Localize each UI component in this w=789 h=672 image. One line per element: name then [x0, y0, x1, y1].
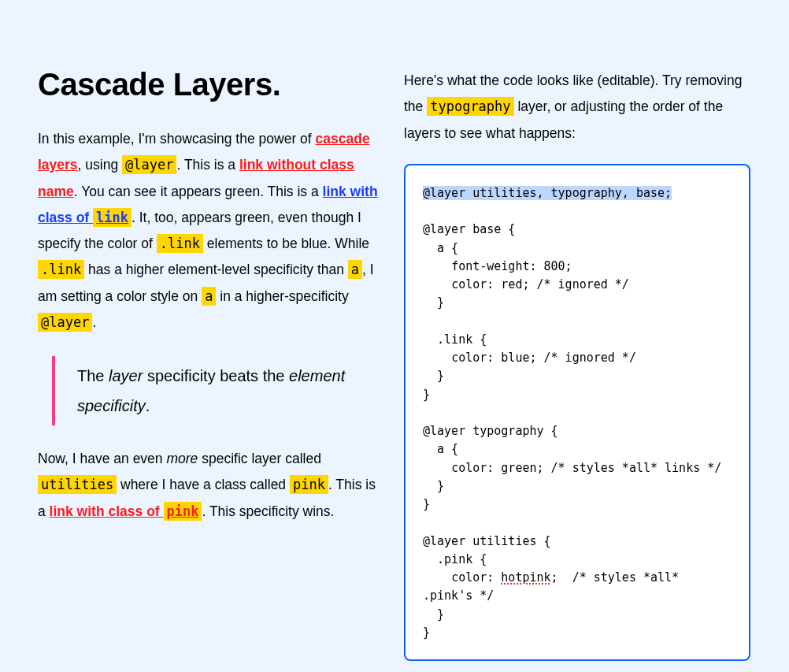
code-a: a — [202, 287, 216, 306]
em-layer: layer — [109, 367, 143, 384]
code-utilities: utilities — [38, 475, 117, 494]
blockquote: The layer specificity beats the element … — [52, 356, 380, 425]
code-content: @layer utilities, typography, base; @lay… — [423, 184, 732, 642]
code-typography: typography — [427, 97, 513, 116]
right-column: Here's what the code looks like (editabl… — [404, 32, 750, 661]
text: specific layer called — [198, 451, 321, 466]
text: specificity beats the — [143, 367, 289, 384]
text: , using — [78, 157, 122, 173]
text: Now, I have an even — [38, 451, 166, 466]
text: has a higher element-level specificity t… — [84, 262, 348, 277]
code-a: a — [348, 260, 362, 279]
text: elements to be blue. While — [203, 236, 369, 251]
text: . You can see it appears green. This is … — [74, 184, 323, 199]
code-pink: pink — [290, 475, 328, 494]
paragraph-2: Now, I have an even more specific layer … — [38, 446, 380, 525]
page: Cascade Layers. In this example, I'm sho… — [0, 0, 789, 672]
heading: Cascade Layers. — [38, 67, 380, 102]
text: . — [92, 314, 96, 330]
code-layer: @layer — [122, 155, 176, 174]
link-with-class-pink[interactable]: link with class of pink — [50, 502, 202, 521]
text: In this example, I'm showcasing the powe… — [38, 131, 316, 147]
text: . — [146, 397, 150, 414]
intro-paragraph: Here's what the code looks like (editabl… — [404, 68, 750, 147]
code-text: @layer base { a { font-weight: 800; colo… — [423, 222, 721, 585]
paragraph-1: In this example, I'm showcasing the powe… — [38, 126, 380, 336]
em-more: more — [166, 451, 198, 466]
code-pink: pink — [164, 502, 202, 521]
spellcheck-hotpink: hotpink — [501, 570, 550, 585]
code-editor[interactable]: @layer utilities, typography, base; @lay… — [404, 164, 750, 661]
text: The — [77, 367, 109, 384]
text: where I have a class called — [117, 477, 290, 492]
code-dot-link: .link — [157, 234, 203, 253]
selected-line: @layer utilities, typography, base; — [423, 186, 672, 200]
text: . This is a — [176, 157, 239, 173]
text: in a higher-specificity — [216, 288, 348, 304]
left-column: Cascade Layers. In this example, I'm sho… — [38, 32, 380, 661]
link-text: link with class of — [50, 503, 164, 519]
code-dot-link: .link — [38, 260, 84, 279]
code-link: link — [93, 208, 132, 227]
text: . This specificity wins. — [202, 503, 334, 519]
code-layer: @layer — [38, 313, 92, 332]
